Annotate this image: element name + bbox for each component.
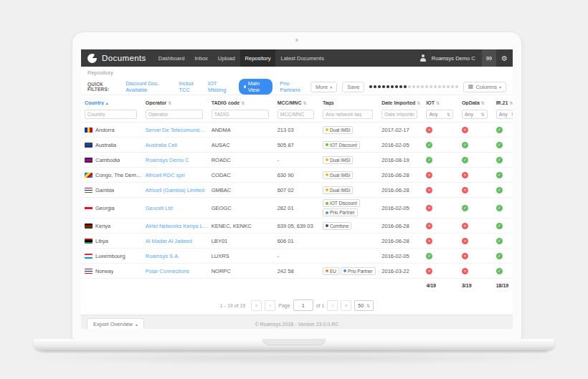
quick-filter-iot-missing[interactable]: IOT Missing (208, 80, 232, 93)
filter-input-any-network-tag[interactable] (323, 110, 373, 119)
check-circle-icon-opdata[interactable]: ✓ (462, 205, 468, 211)
view-dot[interactable] (382, 85, 385, 88)
tag-iot-discount[interactable]: IOT Discount (323, 141, 360, 149)
table-row[interactable]: LuxembourgRoamsys S.A.LUXRS-2016-02-05✓×… (81, 249, 513, 264)
cross-circle-icon-opdata[interactable]: × (462, 187, 468, 193)
column-header-tadig-code[interactable]: TADIG code⇅ (212, 100, 278, 105)
check-circle-icon-ir21[interactable]: ✓ (496, 238, 503, 244)
tag-dual-imsi[interactable]: Dual IMSI (323, 156, 354, 164)
cross-circle-icon-opdata[interactable]: × (462, 253, 468, 259)
check-circle-icon-iot[interactable]: ✓ (426, 142, 432, 148)
view-dot[interactable] (421, 85, 424, 88)
quick-filter-main-view-active[interactable]: Main View (239, 79, 273, 95)
view-dot[interactable] (451, 85, 454, 88)
column-header-country[interactable]: Country▲ (85, 100, 146, 105)
check-circle-icon-iot[interactable]: ✓ (426, 157, 432, 163)
operator-link[interactable]: Roamsys Demo C (146, 157, 209, 163)
check-circle-icon-ir21[interactable]: ✓ (496, 268, 503, 274)
cross-circle-icon-opdata[interactable]: × (462, 238, 468, 244)
view-dot[interactable] (438, 85, 441, 88)
view-dot[interactable] (417, 85, 419, 88)
table-row[interactable]: GambiaAfricell (Gambia) LimitedGMBAC607 … (81, 183, 513, 198)
prev-page-button[interactable]: ‹ (265, 300, 275, 311)
view-dot[interactable] (395, 85, 398, 88)
user-name[interactable]: Roamsys Demo C (432, 49, 482, 67)
last-page-button[interactable]: » (341, 300, 351, 311)
check-circle-icon-ir21[interactable]: ✓ (496, 142, 503, 148)
gear-icon[interactable]: ⚙ (496, 49, 513, 67)
tag-dual-imsi[interactable]: Dual IMSI (323, 126, 354, 134)
view-dot[interactable] (391, 85, 394, 88)
check-circle-icon-ir21[interactable]: ✓ (496, 127, 503, 133)
page-number-input[interactable] (293, 299, 313, 311)
check-circle-icon-ir21[interactable]: ✓ (496, 253, 503, 259)
operator-link[interactable]: Africell (Gambia) Limited (146, 187, 209, 193)
tag-iot-discount[interactable]: IOT Discount (323, 199, 360, 207)
cross-circle-icon-opdata[interactable]: × (462, 172, 468, 178)
table-row[interactable]: CambodiaRoamsys Demo CROADC-Dual IMSI201… (81, 153, 513, 168)
tag-dual-imsi[interactable]: Dual IMSI (323, 171, 354, 179)
table-row[interactable]: KenyaAirtel Networks Kenya LimitedKENEC,… (81, 219, 513, 234)
view-dot[interactable] (430, 85, 432, 88)
columns-button[interactable]: ▦Columns▾ (463, 82, 506, 92)
column-header-ir-21[interactable]: IR.21⇅ (496, 100, 513, 105)
operator-link[interactable]: Servei De Telecomunicacions dA... (146, 127, 209, 133)
cross-circle-icon-iot[interactable]: × (426, 172, 432, 178)
view-dot[interactable] (412, 85, 415, 88)
operator-link[interactable]: Al Madar Al Jadeed (146, 238, 209, 244)
column-header-date-imported[interactable]: Date Imported⇅ (381, 100, 426, 105)
view-dot[interactable] (442, 85, 445, 88)
tag-eu[interactable]: EU (323, 267, 339, 275)
table-row[interactable]: NorwayPolar ConnectionsNORPC242 58EUPrio… (81, 264, 513, 279)
column-header-opdata[interactable]: OpData⇅ (462, 100, 496, 105)
first-page-button[interactable]: « (251, 300, 262, 311)
column-header-mcc-mnc[interactable]: MCC/MNC⇅ (278, 100, 323, 105)
table-row[interactable]: GeorgiaGeocell LtdGEOGC282 01IOT Discoun… (81, 198, 513, 219)
check-circle-icon-ir21[interactable]: ✓ (496, 172, 503, 178)
filter-input-mcc-mnc[interactable] (278, 110, 314, 119)
view-dot[interactable] (425, 85, 428, 88)
view-dot[interactable] (387, 85, 389, 88)
filter-select-opdata[interactable]: Any⇅ (462, 110, 488, 119)
cross-circle-icon-iot[interactable]: × (426, 268, 432, 274)
nav-item-upload[interactable]: Upload (213, 49, 240, 67)
nav-item-repository[interactable]: Repository (240, 49, 276, 67)
view-dot[interactable] (455, 85, 458, 88)
check-circle-icon-opdata[interactable]: ✓ (462, 157, 468, 163)
filter-select-ir-21[interactable]: Any⇅ (496, 110, 513, 119)
view-dot[interactable] (374, 85, 376, 88)
filter-input-operator[interactable] (146, 110, 203, 119)
view-dot[interactable] (447, 85, 450, 88)
table-row[interactable]: Congo, The Democratic Repu...Africell RD… (81, 168, 513, 183)
check-circle-icon-ir21[interactable]: ✓ (496, 223, 503, 229)
nav-item-inbox[interactable]: Inbox (189, 49, 212, 67)
tag-dual-imsi[interactable]: Dual IMSI (323, 186, 354, 194)
table-row[interactable]: LibyaAl Madar Al JadeedLBY01606 012016-0… (81, 234, 513, 249)
operator-link[interactable]: Roamsys S.A. (146, 253, 209, 259)
table-row[interactable]: AustraliaAustralia CellAUSAC505 87IOT Di… (81, 138, 513, 153)
filter-select-iot[interactable]: Any⇅ (426, 110, 453, 119)
check-circle-icon-opdata[interactable]: ✓ (462, 142, 468, 148)
save-button[interactable]: Save (342, 82, 364, 92)
cross-circle-icon-iot[interactable]: × (426, 127, 432, 133)
notification-count-badge[interactable]: 99 (482, 49, 496, 67)
column-header-tags[interactable]: Tags (323, 100, 381, 105)
quick-filter-discount-doc-available[interactable]: Discount Doc. Available (125, 80, 171, 93)
quick-filter-includ-tcc[interactable]: Includ TCC (179, 80, 201, 93)
cross-circle-icon-iot[interactable]: × (426, 187, 432, 193)
filter-input-country[interactable] (85, 110, 137, 119)
check-circle-icon-ir21[interactable]: ✓ (496, 187, 503, 193)
view-dot[interactable] (434, 85, 437, 88)
cross-circle-icon-iot[interactable]: × (426, 238, 432, 244)
view-dot[interactable] (404, 85, 407, 88)
tag-comfone[interactable]: Comfone (323, 222, 351, 230)
filter-input-tadig[interactable] (212, 110, 269, 119)
column-header-operator[interactable]: Operator⇅ (146, 100, 212, 105)
table-row[interactable]: AndorraServei De Telecomunicacions dA...… (81, 123, 513, 138)
more-button[interactable]: More▾ (310, 82, 337, 92)
check-circle-icon-ir21[interactable]: ✓ (496, 205, 503, 211)
column-header-iot[interactable]: IOT⇅ (426, 100, 462, 105)
operator-link[interactable]: Airtel Networks Kenya Limited (146, 223, 209, 229)
cross-circle-icon-iot[interactable]: × (426, 223, 432, 229)
user-icon[interactable] (420, 54, 427, 62)
